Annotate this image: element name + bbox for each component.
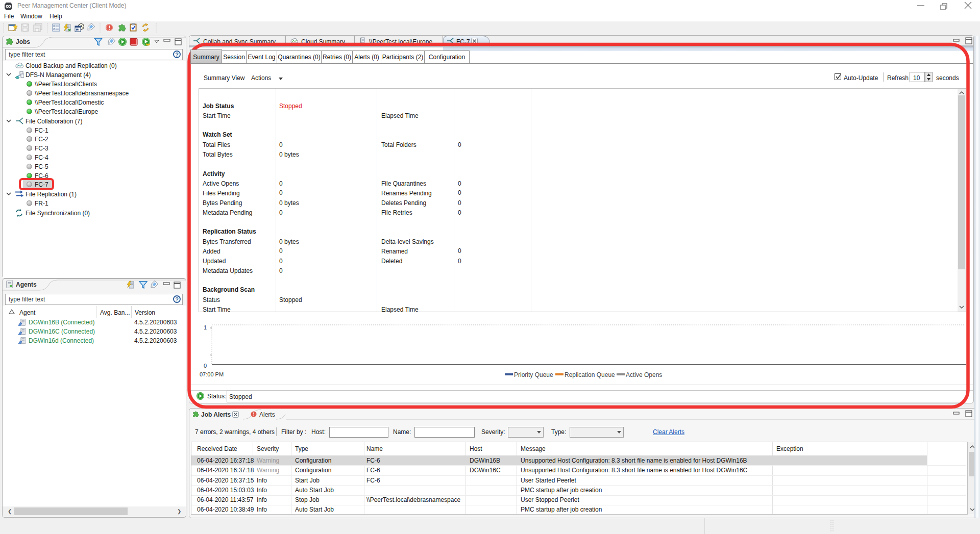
svg-text:12: 12 bbox=[76, 29, 79, 31]
